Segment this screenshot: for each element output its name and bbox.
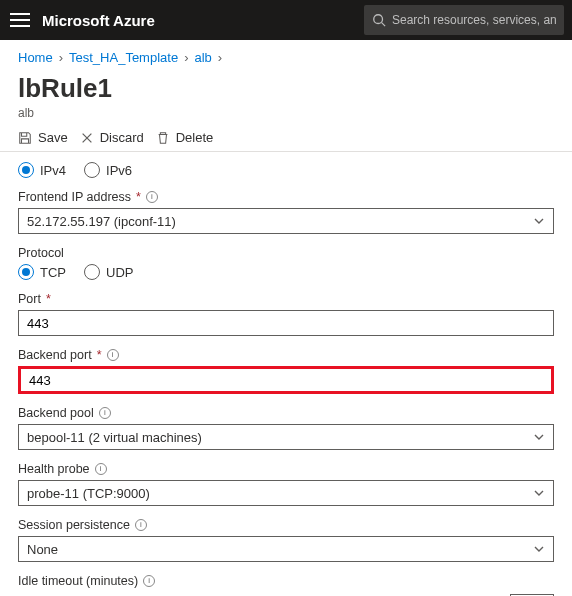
udp-label: UDP (106, 265, 133, 280)
backend-port-label: Backend port* i (18, 348, 554, 362)
svg-point-0 (374, 15, 383, 24)
radio-icon (84, 264, 100, 280)
ipv6-label: IPv6 (106, 163, 132, 178)
search-input[interactable] (392, 13, 556, 27)
backend-pool-label: Backend pool i (18, 406, 554, 420)
delete-label: Delete (176, 130, 214, 145)
ipv4-radio[interactable]: IPv4 (18, 162, 66, 178)
radio-icon (18, 162, 34, 178)
command-bar: Save Discard Delete (0, 120, 572, 152)
delete-button[interactable]: Delete (156, 130, 214, 145)
info-icon[interactable]: i (95, 463, 107, 475)
protocol-radio-group: TCP UDP (18, 264, 554, 280)
info-icon[interactable]: i (146, 191, 158, 203)
port-label: Port* (18, 292, 554, 306)
session-persistence-value: None (27, 542, 58, 557)
health-probe-select[interactable]: probe-11 (TCP:9000) (18, 480, 554, 506)
chevron-down-icon (533, 431, 545, 443)
info-icon[interactable]: i (107, 349, 119, 361)
chevron-right-icon: › (184, 50, 188, 65)
top-bar: Microsoft Azure (0, 0, 572, 40)
radio-icon (18, 264, 34, 280)
hamburger-menu-icon[interactable] (8, 8, 32, 32)
save-icon (18, 131, 32, 145)
search-icon (372, 13, 386, 27)
frontend-ip-value: 52.172.55.197 (ipconf-11) (27, 214, 176, 229)
port-input[interactable] (18, 310, 554, 336)
delete-icon (156, 131, 170, 145)
chevron-down-icon (533, 215, 545, 227)
breadcrumb-home[interactable]: Home (18, 50, 53, 65)
page-title: lbRule1 (18, 73, 554, 104)
backend-pool-select[interactable]: bepool-11 (2 virtual machines) (18, 424, 554, 450)
tcp-radio[interactable]: TCP (18, 264, 66, 280)
health-probe-value: probe-11 (TCP:9000) (27, 486, 150, 501)
discard-label: Discard (100, 130, 144, 145)
chevron-right-icon: › (218, 50, 222, 65)
udp-radio[interactable]: UDP (84, 264, 133, 280)
info-icon[interactable]: i (135, 519, 147, 531)
ipv6-radio[interactable]: IPv6 (84, 162, 132, 178)
idle-timeout-label: Idle timeout (minutes) i (18, 574, 554, 588)
breadcrumb: Home › Test_HA_Template › alb › (0, 40, 572, 69)
form-body: IPv4 IPv6 Frontend IP address* i 52.172.… (0, 152, 572, 596)
page-header: lbRule1 alb (0, 73, 572, 120)
frontend-ip-label: Frontend IP address* i (18, 190, 554, 204)
port-field[interactable] (27, 316, 545, 331)
save-button[interactable]: Save (18, 130, 68, 145)
ipv4-label: IPv4 (40, 163, 66, 178)
info-icon[interactable]: i (143, 575, 155, 587)
discard-icon (80, 131, 94, 145)
session-persistence-select[interactable]: None (18, 536, 554, 562)
radio-icon (84, 162, 100, 178)
discard-button[interactable]: Discard (80, 130, 144, 145)
backend-port-field[interactable] (29, 373, 543, 388)
protocol-label: Protocol (18, 246, 554, 260)
chevron-down-icon (533, 487, 545, 499)
session-persistence-label: Session persistence i (18, 518, 554, 532)
info-icon[interactable]: i (99, 407, 111, 419)
breadcrumb-resource[interactable]: alb (195, 50, 212, 65)
frontend-ip-select[interactable]: 52.172.55.197 (ipconf-11) (18, 208, 554, 234)
backend-pool-value: bepool-11 (2 virtual machines) (27, 430, 202, 445)
ip-version-radio-group: IPv4 IPv6 (18, 162, 554, 178)
page-subtitle: alb (18, 106, 554, 120)
breadcrumb-resource-group[interactable]: Test_HA_Template (69, 50, 178, 65)
brand-label: Microsoft Azure (42, 12, 155, 29)
global-search[interactable] (364, 5, 564, 35)
health-probe-label: Health probe i (18, 462, 554, 476)
chevron-down-icon (533, 543, 545, 555)
backend-port-input[interactable] (18, 366, 554, 394)
save-label: Save (38, 130, 68, 145)
svg-line-1 (382, 23, 386, 27)
chevron-right-icon: › (59, 50, 63, 65)
tcp-label: TCP (40, 265, 66, 280)
